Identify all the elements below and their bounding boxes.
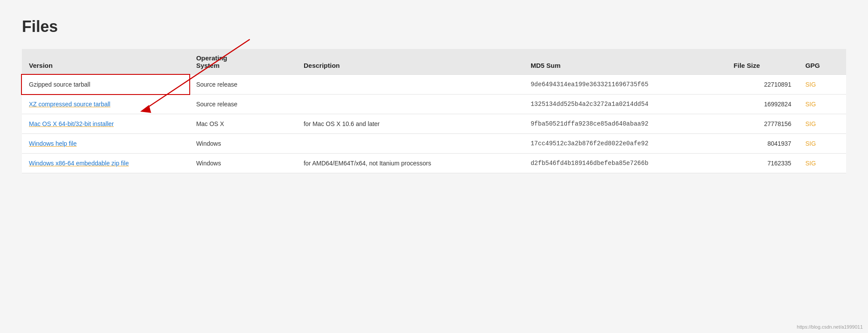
table-header-row: Version OperatingSystem Description MD5 … [22,49,846,75]
md5-cell: 9fba50521dffa9238ce85ad640abaa92 [524,114,726,134]
description-cell [297,95,524,114]
description-cell: for AMD64/EM64T/x64, not Itanium process… [297,154,524,173]
version-cell: Windows help file [22,134,189,154]
sig-link[interactable]: SIG [805,101,816,108]
version-cell: Windows x86-64 embeddable zip file [22,154,189,173]
filesize-cell: 8041937 [726,134,798,154]
header-gpg: GPG [798,49,846,75]
description-cell [297,134,524,154]
version-link[interactable]: Windows help file [29,140,77,147]
header-version: Version [22,49,189,75]
page-title: Files [22,18,846,36]
md5-cell: 17cc49512c3a2b876f2ed8022e0afe92 [524,134,726,154]
sig-link[interactable]: SIG [805,160,816,167]
md5-cell: 9de6494314ea199e3633211696735f65 [524,75,726,95]
table-row: XZ compressed source tarballSource relea… [22,95,846,114]
gpg-cell: SIG [798,134,846,154]
table-row: Gzipped source tarballSource release9de6… [22,75,846,95]
os-cell: Windows [189,134,297,154]
filesize-cell: 22710891 [726,75,798,95]
filesize-cell: 16992824 [726,95,798,114]
os-cell: Source release [189,95,297,114]
description-cell: for Mac OS X 10.6 and later [297,114,524,134]
version-cell: Gzipped source tarball [22,75,189,95]
header-os: OperatingSystem [189,49,297,75]
os-cell: Mac OS X [189,114,297,134]
gpg-cell: SIG [798,114,846,134]
header-md5: MD5 Sum [524,49,726,75]
version-cell: Mac OS X 64-bit/32-bit installer [22,114,189,134]
table-row: Windows x86-64 embeddable zip fileWindow… [22,154,846,173]
md5-cell: 1325134dd525b4a2c3272a1a0214dd54 [524,95,726,114]
version-cell: XZ compressed source tarball [22,95,189,114]
header-filesize: File Size [726,49,798,75]
filesize-cell: 7162335 [726,154,798,173]
table-row: Mac OS X 64-bit/32-bit installerMac OS X… [22,114,846,134]
page-container: Files Version OperatingSystem Descriptio… [0,0,868,191]
version-link[interactable]: Mac OS X 64-bit/32-bit installer [29,120,114,127]
os-cell: Windows [189,154,297,173]
files-table: Version OperatingSystem Description MD5 … [22,49,846,173]
md5-cell: d2fb546fd4b189146dbefeba85e7266b [524,154,726,173]
gpg-cell: SIG [798,95,846,114]
gpg-cell: SIG [798,75,846,95]
sig-link[interactable]: SIG [805,120,816,127]
version-link[interactable]: XZ compressed source tarball [29,101,110,108]
sig-link[interactable]: SIG [805,81,816,88]
table-row: Windows help fileWindows17cc49512c3a2b87… [22,134,846,154]
filesize-cell: 27778156 [726,114,798,134]
sig-link[interactable]: SIG [805,140,816,147]
version-link[interactable]: Windows x86-64 embeddable zip file [29,160,129,167]
description-cell [297,75,524,95]
version-text: Gzipped source tarball [29,81,90,88]
os-cell: Source release [189,75,297,95]
header-description: Description [297,49,524,75]
gpg-cell: SIG [798,154,846,173]
